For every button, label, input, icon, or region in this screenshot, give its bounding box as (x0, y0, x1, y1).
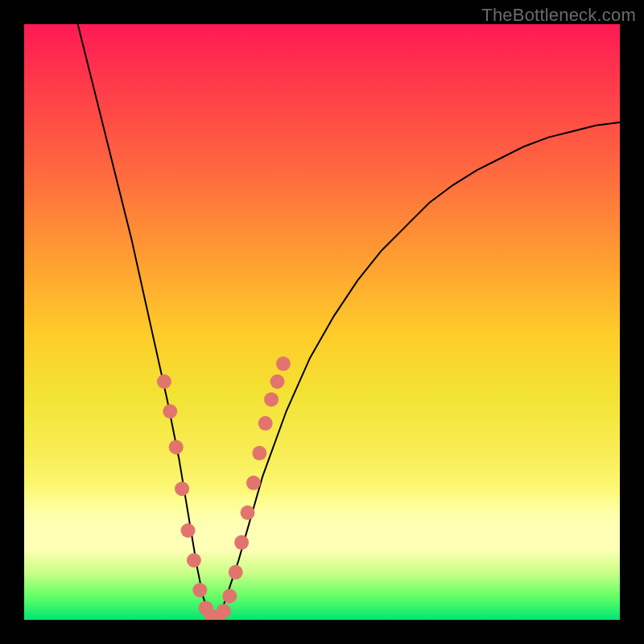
data-dot (252, 446, 266, 460)
data-dots (157, 357, 291, 620)
data-dot (192, 583, 207, 597)
data-dot (246, 476, 261, 490)
chart-canvas: TheBottleneck.com (0, 0, 644, 644)
watermark-text: TheBottleneck.com (481, 5, 636, 26)
data-dot (217, 604, 231, 618)
data-dot (187, 553, 201, 568)
plot-area (24, 24, 620, 620)
data-dot (181, 523, 196, 538)
bottleneck-curve (78, 24, 620, 620)
data-dot (175, 481, 189, 496)
data-dot (163, 404, 177, 419)
data-dot (234, 535, 249, 550)
data-dot (229, 565, 243, 580)
data-dot (157, 374, 171, 389)
data-dot (222, 588, 237, 603)
data-dot (258, 416, 273, 431)
data-dot (241, 506, 255, 520)
data-dot (264, 392, 279, 407)
data-dot (270, 374, 285, 389)
data-dot (169, 440, 184, 454)
data-dot (276, 357, 291, 371)
curve-layer (24, 24, 620, 620)
